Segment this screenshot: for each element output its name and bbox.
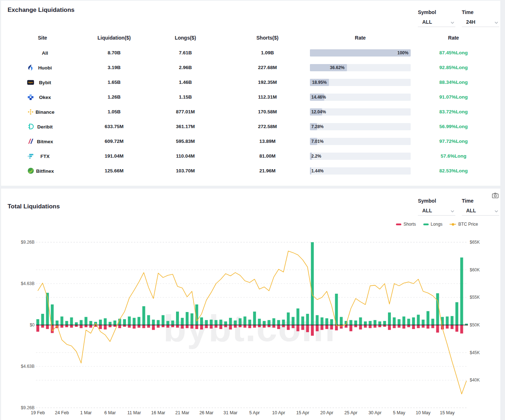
longs-bar <box>316 315 319 325</box>
rate-percent-label: 1.44% <box>311 167 324 175</box>
site-name[interactable]: All <box>37 50 48 56</box>
shorts-bar <box>142 325 145 328</box>
x-axis-tick: 20 Apr <box>320 410 333 415</box>
shorts-bar <box>89 325 92 328</box>
longs-bar <box>41 314 44 325</box>
shorts-bar <box>195 325 198 329</box>
shorts-bar <box>427 325 429 329</box>
longs-bar <box>75 322 78 325</box>
longs-bar <box>253 312 256 325</box>
long-rate-value: 82.53%Long <box>412 168 495 173</box>
long-rate-value: 83.72%Long <box>412 109 495 114</box>
table-row[interactable]: Bitmex609.72M595.83M13.89M7.01%97.72%Lon… <box>1 134 500 149</box>
longs-value: 595.83M <box>144 139 226 144</box>
site-name[interactable]: Bitmex <box>32 139 53 144</box>
longs-bar <box>133 318 136 325</box>
column-header-shorts: Shorts($) <box>226 35 308 41</box>
site-name[interactable]: Okex <box>34 95 51 100</box>
longs-bar <box>205 320 208 325</box>
longs-bar <box>85 317 87 325</box>
longs-bar <box>200 317 203 325</box>
longs-bar <box>412 317 415 325</box>
longs-bar <box>340 317 343 325</box>
shorts-bar <box>243 325 246 328</box>
rate-bar: 14.46% <box>310 94 411 101</box>
table-row[interactable]: Okex1.26B1.15B112.31M14.46%91.07%Long <box>1 90 500 104</box>
longs-bar <box>431 319 434 325</box>
site-name[interactable]: Huobi <box>33 65 52 71</box>
table-row[interactable]: Huobi3.19B2.96B227.68M36.62%92.85%Long <box>1 60 500 75</box>
column-header-site: Site <box>1 35 84 41</box>
ftx-icon <box>27 153 34 160</box>
x-axis-tick: 30 Apr <box>369 410 382 415</box>
longs-bar <box>128 316 131 325</box>
liquidation-value: 1.26B <box>84 94 144 100</box>
liquidation-value: 609.72M <box>84 139 144 144</box>
longs-bar <box>113 321 116 325</box>
okex-icon <box>27 94 34 101</box>
rate-bar-fill <box>310 49 411 57</box>
liquidation-value: 1.65B <box>84 80 144 85</box>
longs-bar <box>65 321 68 325</box>
longs-bar <box>248 320 251 325</box>
symbol-select-group: Symbol ALL <box>418 9 455 27</box>
table-row[interactable]: All8.70B7.61B1.09B100%87.45%Long <box>1 45 500 60</box>
shorts-value: 13.89M <box>226 139 308 144</box>
right-axis-tick: $60K <box>470 267 480 272</box>
total-liquidations-chart: $9.26B$4.63B$0$4.63B$9.26B$65K$60K$55K$5… <box>1 189 500 420</box>
rate-cell: 100% <box>308 49 412 57</box>
rate-bar: 7.28% <box>310 123 411 130</box>
shorts-bar <box>393 325 396 328</box>
liquidation-value: 125.66M <box>84 168 144 173</box>
shorts-bar <box>374 325 377 328</box>
rate-cell: 18.95% <box>308 79 412 86</box>
longs-bar <box>398 319 401 325</box>
bitfinex-icon <box>27 167 34 175</box>
longs-bar <box>321 317 324 325</box>
time-select-value: 24H <box>462 18 475 26</box>
rate-percent-label: 100% <box>397 49 409 57</box>
shorts-bar <box>36 325 39 332</box>
shorts-bar <box>451 325 454 329</box>
shorts-bar <box>344 325 347 328</box>
shorts-bar <box>316 325 319 331</box>
time-select[interactable]: 24H <box>462 18 499 27</box>
site-cell: Binance <box>1 109 84 115</box>
shorts-bar <box>321 325 324 330</box>
longs-bar <box>215 320 217 325</box>
longs-bar <box>455 302 458 325</box>
site-cell: Bitmex <box>1 138 84 145</box>
table-header-row: Site Liquidation($) Longs($) Shorts($) R… <box>1 32 500 43</box>
longs-bar <box>224 321 227 325</box>
longs-bar <box>350 320 352 325</box>
shorts-bar <box>46 325 49 329</box>
table-row[interactable]: Deribit633.75M361.17M272.58M7.28%56.99%L… <box>1 119 500 134</box>
longs-bar <box>51 304 54 325</box>
rate-cell: 12.04% <box>308 108 412 116</box>
table-row[interactable]: Binance1.05B877.01M170.58M12.04%83.72%Lo… <box>1 104 500 119</box>
longs-bar <box>378 321 381 325</box>
symbol-select[interactable]: ALL <box>418 18 455 27</box>
site-name[interactable]: FTX <box>35 154 50 159</box>
site-name[interactable]: Deribit <box>32 124 53 130</box>
table-row[interactable]: BybitBybit1.65B1.46B192.35M18.95%88.34%L… <box>1 75 500 90</box>
longs-bar <box>282 320 285 325</box>
shorts-value: 1.09B <box>226 50 308 55</box>
rate-percent-label: 14.46% <box>311 94 326 101</box>
shorts-bar <box>364 325 367 328</box>
table-row[interactable]: Bitfinex125.66M103.70M21.96M1.44%82.53%L… <box>1 163 500 178</box>
table-row[interactable]: FTX191.04M110.04M81.00M2.2%57.6%Long <box>1 149 500 163</box>
shorts-bar <box>171 325 174 327</box>
site-name[interactable]: Bybit <box>34 80 51 85</box>
shorts-bar <box>378 325 381 327</box>
longs-bar <box>263 321 266 325</box>
longs-bar <box>451 316 454 325</box>
shorts-bar <box>306 325 309 332</box>
site-name[interactable]: Bitfinex <box>31 168 54 174</box>
shorts-bar <box>388 325 391 330</box>
long-rate-value: 91.07%Long <box>412 94 495 100</box>
longs-bar <box>325 318 328 325</box>
rate-bar: 12.04% <box>310 108 411 116</box>
left-axis-tick: $0 <box>30 322 35 328</box>
column-header-rate: Rate <box>308 35 412 41</box>
